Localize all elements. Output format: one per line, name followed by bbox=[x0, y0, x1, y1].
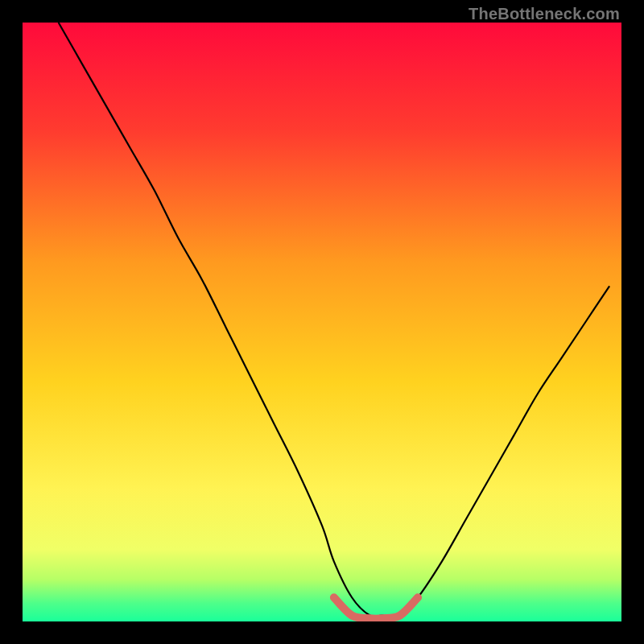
watermark-text: TheBottleneck.com bbox=[469, 5, 620, 23]
chart-frame bbox=[0, 0, 644, 644]
chart-background bbox=[23, 23, 621, 621]
bottleneck-chart bbox=[23, 23, 621, 621]
